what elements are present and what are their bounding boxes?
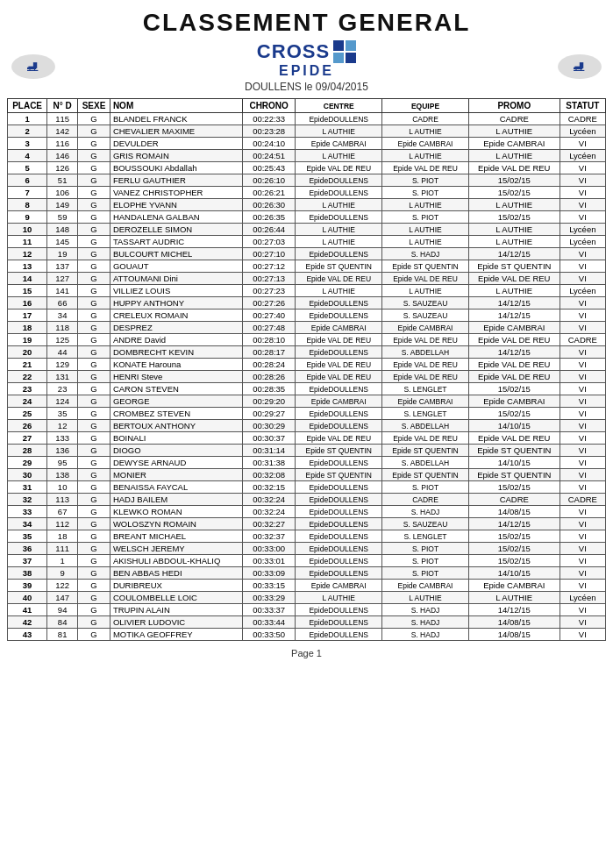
cell-sex: G (78, 113, 110, 125)
cell-promo: 15/02/15 (468, 408, 560, 420)
cell-place: 6 (8, 174, 47, 187)
cell-centre: L AUTHIE (296, 592, 382, 604)
cell-centre: L AUTHIE (296, 285, 382, 297)
cell-place: 22 (8, 371, 47, 383)
cell-place: 8 (8, 199, 47, 211)
cell-statut: VI (560, 604, 605, 616)
cell-name: WELSCH JEREMY (110, 543, 242, 555)
cell-sex: G (78, 592, 110, 604)
cell-statut: VI (560, 629, 605, 641)
table-row: 27133GBOINALI00:30:37Epide VAL DE REUEpi… (8, 432, 606, 445)
cell-chrono: 00:27:12 (242, 260, 295, 273)
table-row: 371GAKISHULI ABDOUL-KHALIQ00:33:01EpideD… (8, 555, 606, 567)
cell-chrono: 00:26:30 (242, 199, 295, 211)
cell-centre: L AUTHIE (296, 150, 382, 162)
table-row: 30138GMONIER00:32:08Epide ST QUENTINEpid… (8, 469, 606, 481)
cell-promo: 15/02/15 (468, 187, 560, 199)
cell-name: TRUPIN ALAIN (110, 604, 242, 616)
table-row: 3518GBREANT MICHAEL00:32:37EpideDOULLENS… (8, 530, 606, 543)
cell-centre: Epide VAL DE REU (296, 359, 382, 371)
cell-name: BENAISSA FAYCAL (110, 481, 242, 494)
cell-equipe: CADRE (382, 113, 469, 125)
cell-statut: VI (560, 506, 605, 518)
cell-statut: Lycéen (560, 592, 605, 604)
table-row: 2535GCROMBEZ STEVEN00:29:27EpideDOULLENS… (8, 408, 606, 420)
cell-promo: Epide CAMBRAI (468, 580, 560, 592)
cell-sex: G (78, 395, 110, 408)
cell-chrono: 00:28:26 (242, 371, 295, 383)
cell-chrono: 00:26:35 (242, 211, 295, 224)
cell-number: 111 (47, 543, 78, 555)
cell-chrono: 00:31:38 (242, 457, 295, 469)
cell-statut: VI (560, 211, 605, 224)
cell-promo: 14/12/15 (468, 604, 560, 616)
cell-place: 25 (8, 408, 47, 420)
cell-centre: EpideDOULLENS (296, 174, 382, 187)
page: CLASSEMENT GENERAL ⛸ CROSS EPIDE (0, 0, 613, 667)
cell-equipe: S. HADJ (382, 506, 469, 518)
cell-number: 138 (47, 469, 78, 481)
table-row: 7106GVANEZ CHRISTOPHER00:26:21EpideDOULL… (8, 187, 606, 199)
block1 (333, 40, 344, 51)
cell-promo: Epide CAMBRAI (468, 395, 560, 408)
table-row: 4194GTRUPIN ALAIN00:33:37EpideDOULLENSS.… (8, 604, 606, 616)
cell-centre: EpideDOULLENS (296, 481, 382, 494)
cell-statut: VI (560, 359, 605, 371)
cell-promo: 14/10/15 (468, 420, 560, 432)
col-header-chrono: CHRONO (242, 99, 295, 113)
table-row: 4284GOLIVIER LUDOVIC00:33:44EpideDOULLEN… (8, 616, 606, 629)
header: CLASSEMENT GENERAL ⛸ CROSS EPIDE (7, 9, 606, 93)
cell-sex: G (78, 211, 110, 224)
table-row: 8149GELOPHE YVANN00:26:30L AUTHIEL AUTHI… (8, 199, 606, 211)
cell-number: 129 (47, 359, 78, 371)
cell-centre: EpideDOULLENS (296, 629, 382, 641)
cell-place: 30 (8, 469, 47, 481)
cell-promo: L AUTHIE (468, 285, 560, 297)
cell-promo: L AUTHIE (468, 125, 560, 138)
cell-statut: VI (560, 199, 605, 211)
cell-name: KONATE Harouna (110, 359, 242, 371)
cell-chrono: 00:32:15 (242, 481, 295, 494)
col-header-nd: N° D (47, 99, 78, 113)
cell-promo: 14/12/15 (468, 297, 560, 309)
cell-name: DIOGO (110, 445, 242, 457)
table-row: 1666GHUPPY ANTHONY00:27:26EpideDOULLENSS… (8, 297, 606, 309)
table-row: 959GHANDALENA GALBAN00:26:35EpideDOULLEN… (8, 211, 606, 224)
cell-place: 23 (8, 383, 47, 395)
cell-equipe: Epide CAMBRAI (382, 395, 469, 408)
cell-statut: VI (560, 457, 605, 469)
cell-place: 5 (8, 162, 47, 174)
cell-promo: 15/02/15 (468, 543, 560, 555)
skater-right-icon: ⛸ (553, 49, 606, 84)
cell-sex: G (78, 543, 110, 555)
cell-number: 95 (47, 457, 78, 469)
cell-sex: G (78, 457, 110, 469)
cell-name: BEN ABBAS HEDI (110, 567, 242, 580)
cell-number: 127 (47, 273, 78, 285)
cell-statut: VI (560, 248, 605, 260)
cell-equipe: S. SAUZEAU (382, 309, 469, 322)
cell-equipe: Epide VAL DE REU (382, 359, 469, 371)
cell-place: 11 (8, 236, 47, 248)
cell-equipe: S. SAUZEAU (382, 518, 469, 530)
cell-centre: Epide ST QUENTIN (296, 445, 382, 457)
cell-name: GRIS ROMAIN (110, 150, 242, 162)
cell-sex: G (78, 260, 110, 273)
cell-number: 133 (47, 432, 78, 445)
cell-number: 19 (47, 248, 78, 260)
cell-name: DURIBREUX (110, 580, 242, 592)
cell-equipe: Epide VAL DE REU (382, 371, 469, 383)
cell-sex: G (78, 629, 110, 641)
cell-statut: VI (560, 273, 605, 285)
cell-name: DEVULDER (110, 138, 242, 150)
cell-number: 122 (47, 580, 78, 592)
cell-statut: VI (560, 260, 605, 273)
cell-statut: VI (560, 481, 605, 494)
cell-equipe: L AUTHIE (382, 150, 469, 162)
table-row: 36111GWELSCH JEREMY00:33:00EpideDOULLENS… (8, 543, 606, 555)
cell-centre: L AUTHIE (296, 224, 382, 236)
cell-equipe: Epide VAL DE REU (382, 334, 469, 346)
cell-statut: Lycéen (560, 236, 605, 248)
cell-sex: G (78, 567, 110, 580)
block3 (333, 53, 344, 63)
